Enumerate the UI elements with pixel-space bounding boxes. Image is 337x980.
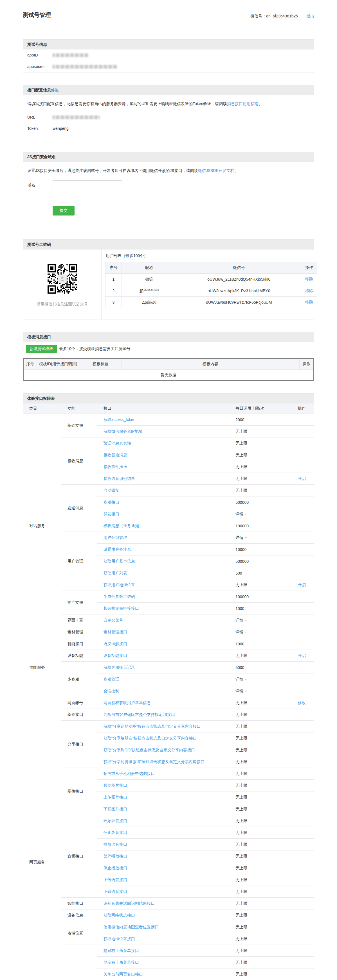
enable-permission-link[interactable]: 开启 (298, 582, 306, 587)
permission-api-link[interactable]: 开始录音接口 (104, 818, 127, 823)
permission-api-link[interactable]: 获取“分享给朋友”按钮点击状态及自定义分享内容接口 (104, 736, 196, 740)
detail-toggle[interactable]: 详情 (235, 512, 243, 516)
enable-permission-link[interactable]: 开启 (298, 653, 306, 658)
permission-api-cell: 生成带参数二维码 (97, 591, 229, 603)
permission-api-link[interactable]: 识别音频并返回识别结果接口 (104, 901, 155, 905)
permission-api-link[interactable]: 客服管理 (104, 677, 119, 681)
permission-action-cell (290, 815, 314, 827)
permission-limit-cell: 无上限 (229, 650, 290, 662)
permission-limit-cell: 详情 (229, 508, 290, 520)
permission-api-link[interactable]: 会话控制 (104, 689, 119, 693)
remove-user-link[interactable]: 移除 (305, 300, 313, 304)
permission-function: 设备功能 (61, 650, 97, 662)
permission-api-link[interactable]: 接收普通消息 (104, 453, 127, 457)
permission-api-link[interactable]: 停止播放接口 (104, 865, 127, 870)
permission-api-link[interactable]: 获取用户列表 (104, 571, 127, 575)
permission-api-link[interactable]: 获取微信服务器IP地址 (104, 429, 143, 434)
permission-api-link[interactable]: 暂停播放接口 (104, 854, 127, 858)
permission-api-link[interactable]: 获取用户基本信息 (104, 559, 135, 563)
permission-limit-cell: 500000 (229, 555, 290, 567)
user-openid: oUWJuw_2Ls3Zn0dQ54nHXio5kkI0 (177, 274, 301, 285)
detail-toggle[interactable]: 详情 (235, 630, 243, 634)
permission-api-link[interactable]: 停止录音接口 (104, 830, 127, 835)
permission-api-link[interactable]: 客服接口 (104, 500, 119, 504)
permission-api-link[interactable]: 隐藏右上角菜单接口 (104, 948, 139, 953)
permission-api-link[interactable]: 获取“分享到腾讯微博”按钮点击状态及自定义分享内容接口 (104, 759, 204, 764)
permissions-title: 体验接口权限表 (27, 396, 55, 401)
permission-api-link[interactable]: 显示右上角菜单接口 (104, 960, 139, 964)
permission-api-cell: 上传图片接口 (97, 791, 229, 803)
permission-api-link[interactable]: 生成带参数二维码 (104, 594, 135, 599)
permission-api-cell: 客服接口 (97, 496, 229, 508)
permission-api-link[interactable]: 模板消息（业务通知） (104, 523, 143, 528)
modify-config-link[interactable]: 修改 (51, 88, 59, 92)
permission-api-link[interactable]: 预览图片接口 (104, 783, 127, 788)
permission-api-link[interactable]: 判断当前客户端版本是否支持指定JS接口 (104, 712, 175, 717)
add-template-button[interactable]: 新增测试模板 (26, 345, 57, 353)
permission-action-cell (290, 603, 314, 614)
detail-toggle[interactable]: 详情 (235, 618, 243, 622)
permission-api-link[interactable]: 获取“分享到QQ”按钮点击状态及自定义分享内容接口 (104, 748, 195, 752)
permission-api-link[interactable]: 关闭当前网页窗口接口 (104, 972, 143, 976)
permission-row: 素材管理素材管理接口详情 (23, 626, 314, 638)
permission-api-link[interactable]: 长链接转短链接接口 (104, 606, 139, 611)
message-api-guide-link[interactable]: 消息接口使用指南 (227, 102, 258, 106)
permission-api-link[interactable]: 上传图片接口 (104, 795, 127, 799)
permission-api-link[interactable]: 获取网络状态接口 (104, 913, 135, 917)
permission-api-link[interactable]: 下载图片接口 (104, 807, 127, 811)
permission-limit-cell: 1000 (229, 603, 290, 614)
permission-api-link[interactable]: 获取地理位置接口 (104, 937, 135, 941)
permission-api-link[interactable]: 网页授权获取用户基本信息 (104, 700, 151, 705)
permission-api-link[interactable]: 自动回复 (104, 488, 119, 493)
permission-api-cell: 获取“分享给朋友”按钮点击状态及自定义分享内容接口 (97, 732, 229, 744)
permission-api-cell: 停止录音接口 (97, 827, 229, 839)
permission-action-cell (290, 414, 314, 426)
modify-permission-link[interactable]: 修改 (298, 700, 306, 705)
detail-toggle[interactable]: 详情 (235, 677, 243, 681)
enable-permission-link[interactable]: 开启 (298, 476, 306, 481)
permission-action-cell (290, 508, 314, 520)
remove-user-link[interactable]: 移除 (305, 288, 313, 293)
permission-api-link[interactable]: 获取客服聊天记录 (104, 665, 135, 670)
url-label: URL (23, 115, 53, 119)
permission-api-link[interactable]: 自定义菜单 (104, 618, 123, 622)
permission-api-link[interactable]: 群发接口 (104, 512, 119, 516)
permission-limit-cell: 详情 (229, 685, 290, 697)
jssdk-doc-link[interactable]: 微信JSSDK开发文档 (198, 168, 234, 173)
permission-api-link[interactable]: 播放语音接口 (104, 842, 127, 846)
permission-api-cell: 验证消息真实性 (97, 438, 229, 449)
js-domain-header: JS接口安全域名 (23, 152, 314, 162)
permission-api-link[interactable]: 验证消息真实性 (104, 441, 131, 445)
logout-link[interactable]: 退出 (306, 14, 314, 18)
domain-input[interactable] (53, 180, 122, 190)
permission-api-link[interactable]: 接收事件推送 (104, 465, 127, 469)
submit-button[interactable]: 提交 (53, 206, 75, 215)
permission-row: 功能服务智能接口语义理解接口1000 (23, 638, 314, 650)
permission-api-link[interactable]: 设置用户备注名 (104, 547, 131, 552)
permission-api-link[interactable]: 设备功能接口 (104, 653, 127, 658)
detail-toggle[interactable]: 详情 (235, 535, 243, 540)
permission-api-cell: 语义理解接口 (97, 638, 229, 650)
template-hint: 最多10个，接受模板消息需要关注测试号 (59, 347, 131, 352)
permission-api-link[interactable]: 上传语音接口 (104, 877, 127, 882)
permission-api-link[interactable]: 获取access_token (104, 417, 136, 422)
permission-limit-cell: 无上限 (229, 827, 290, 839)
user-list-header: 昵称 (121, 262, 177, 274)
permission-api-link[interactable]: 用户分组管理 (104, 535, 127, 540)
permission-api-cell: 自定义菜单 (97, 614, 229, 626)
permission-api-link[interactable]: 拍照或从手机相册中选图接口 (104, 771, 155, 776)
permission-api-link[interactable]: 获取“分享到朋友圈”按钮点击状态及自定义分享内容接口 (104, 724, 201, 729)
account-info-header: 测试号信息 (23, 40, 314, 49)
permission-api-link[interactable]: 获取用户地理位置 (104, 582, 135, 587)
permission-api-link[interactable]: 接收语音识别结果 (104, 476, 135, 481)
permission-row: 分享接口获取“分享到朋友圈”按钮点击状态及自定义分享内容接口无上限 (23, 721, 314, 732)
remove-user-link[interactable]: 移除 (305, 277, 313, 281)
permission-limit-cell: 详情 (229, 532, 290, 544)
permission-api-link[interactable]: 下载语音接口 (104, 889, 127, 894)
permission-limit-cell: 无上限 (229, 945, 290, 957)
permission-api-link[interactable]: 语义理解接口 (104, 641, 127, 646)
permission-api-link[interactable]: 素材管理接口 (104, 630, 127, 634)
permission-api-link[interactable]: 使用微信内置地图查看位置接口 (104, 925, 159, 929)
detail-toggle[interactable]: 详情 (235, 689, 243, 693)
permission-limit-cell: 100000 (229, 520, 290, 532)
